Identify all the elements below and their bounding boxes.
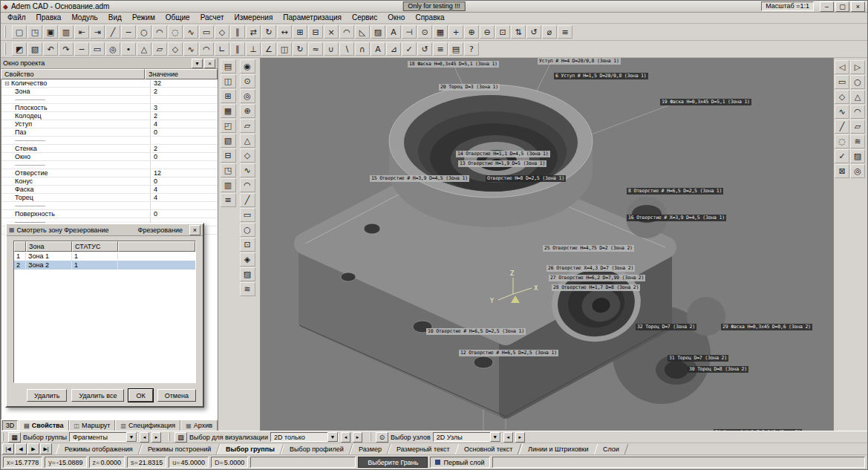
rect-r-icon[interactable]: ▭ — [835, 75, 849, 89]
menu-item[interactable]: Режим — [127, 13, 160, 23]
tab-3d[interactable]: 3D — [2, 420, 18, 431]
next-icon[interactable]: ▷ — [850, 60, 865, 74]
property-row[interactable]: Уступ 4 — [1, 120, 218, 128]
property-row[interactable]: Конус 0 — [1, 177, 218, 186]
hatch-tool-icon[interactable]: ▨ — [240, 267, 255, 281]
feature-annotation[interactable]: 28 Отверстие Н=1,7 D=8 (Зона 2) — [552, 284, 640, 291]
mode-tab[interactable]: Выбор профилей — [281, 444, 353, 454]
dimension-icon[interactable]: ⊣ — [402, 25, 417, 39]
delete-r-icon[interactable]: ⊠ — [835, 164, 849, 178]
zoom-window-icon[interactable]: ⊡ — [495, 25, 510, 39]
panel-tab[interactable]: ◫ Маршрут — [69, 420, 116, 431]
menu-item[interactable]: Параметризация — [278, 13, 347, 23]
property-row[interactable]: Паз 0 — [1, 128, 218, 137]
waves-r-icon[interactable]: ≋ — [850, 134, 865, 148]
feature-annotation[interactable]: 16 Отверстие # Х=3,9 D=4,5 (Зона 1) — [627, 215, 726, 221]
property-row[interactable]: ————— — [1, 137, 218, 145]
collapse-icon[interactable]: ⊟ — [221, 148, 236, 163]
panel-pin-button[interactable]: ▾ — [192, 59, 203, 68]
layer-indicator[interactable]: Первый слой — [430, 457, 489, 468]
grid-view-icon[interactable]: ▦ — [221, 104, 236, 118]
circle-tool-icon[interactable]: ○ — [240, 223, 255, 237]
property-row[interactable]: ————— — [1, 161, 218, 169]
feature-annotation[interactable]: 32 Торец D=7 (Зона 2) — [636, 324, 696, 330]
pencil-icon[interactable]: ╱ — [105, 25, 120, 39]
property-row[interactable]: Торец 4 — [1, 194, 218, 202]
hatch-icon[interactable]: ▨ — [371, 25, 385, 39]
copy-icon[interactable]: ⊞ — [293, 25, 307, 39]
menu-item[interactable]: Файл — [2, 13, 31, 23]
rotate-icon[interactable]: ↻ — [261, 25, 276, 39]
feature-annotation[interactable]: 20 Торец D=3 (Зона 1) — [439, 84, 500, 91]
dialog-close-button[interactable]: × — [189, 225, 200, 235]
list-view-icon[interactable]: ≡ — [221, 193, 236, 207]
rhomb-r-icon[interactable]: ◇ — [835, 90, 849, 104]
parallelogram-icon[interactable]: ▱ — [152, 42, 167, 56]
group-grip[interactable] — [2, 433, 6, 441]
revolve-icon[interactable]: ↻ — [293, 42, 307, 56]
group-next-button[interactable]: ▸ — [353, 432, 362, 443]
circle2-icon[interactable]: ◎ — [105, 42, 120, 56]
select-window-icon[interactable]: ▧ — [27, 42, 42, 56]
add-view-icon[interactable]: ⊞ — [221, 89, 236, 103]
arc-r-icon[interactable]: ◠ — [850, 105, 865, 119]
fillet-icon[interactable]: ◠ — [339, 25, 354, 39]
group-next-button[interactable]: ▸ — [151, 432, 161, 443]
offset-icon[interactable]: ∥ — [230, 25, 245, 39]
menu-item[interactable]: Справка — [410, 13, 449, 23]
new-icon[interactable]: ▢ — [12, 25, 27, 39]
tab-nav-button[interactable]: ◀ — [15, 443, 27, 454]
point-icon[interactable]: • — [121, 42, 136, 56]
chevron-down-icon[interactable]: ▼ — [490, 432, 500, 442]
rect2-icon[interactable]: ▭ — [90, 42, 105, 56]
feature-annotation[interactable]: 13 Отверстие Н=1,9 D=5 (Зона 1) — [458, 160, 546, 167]
zoom-box-icon[interactable]: ⊡ — [240, 238, 255, 252]
save-icon[interactable]: ▣ — [43, 25, 58, 39]
plane-icon[interactable]: ▱ — [240, 119, 255, 133]
toolbar-grip[interactable] — [4, 26, 9, 38]
menu-item[interactable]: Общие — [160, 13, 195, 23]
dot-r-icon[interactable]: ◎ — [850, 164, 865, 178]
mode-tab[interactable]: Линии и Штриховки — [518, 444, 597, 454]
parallel-icon[interactable]: ∥ — [230, 42, 245, 56]
subtract-icon[interactable]: ∖ — [339, 42, 354, 56]
text2-icon[interactable]: A — [371, 42, 385, 56]
diamond-tool-icon[interactable]: ◇ — [240, 148, 255, 163]
dialog-titlebar[interactable]: ▦ Смотреть зону Фрезерование Фрезеровани… — [7, 224, 203, 236]
table-view-icon[interactable]: ▥ — [221, 178, 236, 192]
feature-annotation[interactable]: 24 Уступ # Н=1,7 D=1/3 (Зона 2) — [714, 429, 802, 431]
dialog-button[interactable]: ОК — [128, 389, 152, 402]
extrude-icon[interactable]: ◫ — [277, 42, 292, 56]
angle-text-icon[interactable]: ⊿ — [386, 42, 401, 56]
group-prev-button[interactable]: ◂ — [140, 432, 149, 443]
redraw-icon[interactable]: ↺ — [526, 25, 541, 39]
chamfer-icon[interactable]: ◺ — [355, 25, 370, 39]
rect-tool-icon[interactable]: ▭ — [240, 208, 255, 222]
dialog-button[interactable]: Отмена — [157, 389, 196, 402]
chevron-down-icon[interactable]: ▼ — [327, 432, 338, 442]
group-dropdown[interactable]: Фрагменты ▼ — [69, 432, 137, 442]
open-icon[interactable]: ◳ — [27, 25, 42, 39]
feature-annotation[interactable]: 30 Торец D=8 (Зона 2) — [688, 366, 748, 373]
feature-annotation[interactable]: Уступ # Н=4 D=20/0,8 (Зона 1) — [538, 58, 621, 65]
list-icon[interactable]: ≡ — [433, 42, 448, 56]
minimize-button[interactable]: – — [820, 1, 834, 12]
feature-annotation[interactable]: 10 Отверстие # Н=6,5 D=2,5 (Зона 1) — [426, 328, 526, 335]
circle-r-icon[interactable]: ○ — [850, 75, 865, 89]
project-tree-icon[interactable]: ▤ — [221, 59, 236, 74]
mode-tab[interactable]: Режимы отображения — [56, 444, 142, 454]
tab-nav-button[interactable]: ▶ — [27, 443, 39, 454]
property-row[interactable]: Плоскость 3 — [1, 104, 218, 112]
column-header-property[interactable]: Свойство — [1, 69, 145, 79]
tab-nav-button[interactable]: ▶| — [40, 443, 52, 454]
group-dropdown[interactable]: 2D только ▼ — [270, 432, 339, 442]
grid-icon[interactable]: ▦ — [433, 25, 448, 39]
menu-item[interactable]: Расчет — [195, 13, 229, 23]
tri-r-icon[interactable]: △ — [850, 90, 865, 104]
column-header-value[interactable]: Значение — [145, 69, 218, 79]
panel-tab[interactable]: ▤ Свойства — [19, 420, 68, 431]
feature-annotation[interactable]: Отверстие Н=8 D=2,5 (Зона 1) — [486, 175, 566, 182]
tab-nav-button[interactable]: |◀ — [2, 443, 14, 454]
ellipse-icon[interactable]: ◌ — [168, 25, 183, 39]
dialog-button[interactable]: Удалить все — [71, 389, 124, 402]
